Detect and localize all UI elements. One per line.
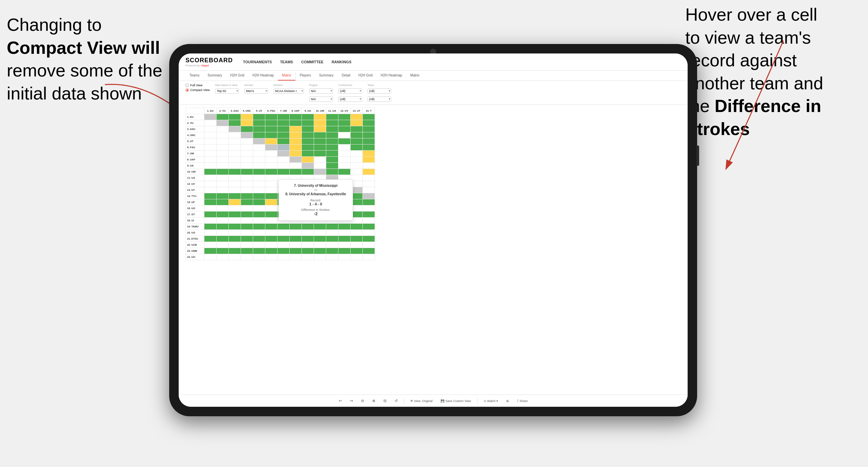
matrix-cell[interactable] — [241, 212, 253, 218]
nav-rankings[interactable]: RANKINGS — [332, 59, 352, 65]
matrix-cell[interactable] — [253, 151, 265, 157]
conference-select[interactable]: (All) — [338, 88, 362, 94]
matrix-cell[interactable] — [265, 218, 277, 224]
matrix-cell[interactable] — [326, 126, 338, 132]
matrix-cell[interactable] — [229, 120, 241, 126]
matrix-cell[interactable] — [363, 181, 375, 187]
matrix-cell[interactable] — [217, 120, 229, 126]
matrix-cell[interactable] — [229, 224, 241, 230]
matrix-cell[interactable] — [217, 144, 229, 151]
matrix-cell[interactable] — [229, 205, 241, 212]
toolbar-zoom-out[interactable]: ⊖ — [359, 398, 366, 404]
matrix-cell[interactable] — [314, 236, 326, 242]
matrix-cell[interactable] — [290, 132, 302, 138]
matrix-cell[interactable] — [314, 248, 326, 254]
matrix-cell[interactable] — [290, 120, 302, 126]
matrix-cell[interactable] — [314, 120, 326, 126]
matrix-cell[interactable] — [277, 230, 290, 236]
matrix-cell[interactable] — [217, 169, 229, 175]
subnav-players-h2h[interactable]: H2H Grid — [354, 71, 377, 81]
matrix-cell[interactable] — [217, 248, 229, 254]
matrix-cell[interactable] — [351, 144, 363, 151]
subnav-players-matrix[interactable]: Matrix — [406, 71, 423, 81]
matrix-cell[interactable] — [338, 157, 351, 163]
matrix-cell[interactable] — [265, 236, 277, 242]
matrix-cell[interactable] — [229, 199, 241, 205]
matrix-cell[interactable] — [217, 138, 229, 144]
matrix-cell[interactable] — [338, 163, 351, 169]
matrix-cell[interactable] — [241, 254, 253, 260]
matrix-cell[interactable] — [351, 242, 363, 248]
team-select2[interactable]: (All) — [368, 96, 391, 102]
toolbar-view-original[interactable]: 👁 View: Original — [408, 398, 435, 404]
matrix-cell[interactable] — [253, 224, 265, 230]
matrix-cell[interactable] — [241, 126, 253, 132]
subnav-matrix[interactable]: Matrix — [278, 71, 295, 81]
nav-teams[interactable]: TEAMS — [280, 59, 293, 65]
matrix-cell[interactable] — [265, 187, 277, 193]
matrix-cell[interactable] — [265, 242, 277, 248]
toolbar-undo[interactable]: ↩ — [337, 398, 344, 404]
matrix-cell[interactable] — [363, 138, 375, 144]
matrix-cell[interactable] — [326, 132, 338, 138]
subnav-summary[interactable]: Summary — [203, 71, 226, 81]
matrix-cell[interactable] — [265, 212, 277, 218]
matrix-cell[interactable] — [290, 236, 302, 242]
matrix-cell[interactable] — [265, 254, 277, 260]
nav-committee[interactable]: COMMITTEE — [301, 59, 324, 65]
matrix-cell[interactable] — [204, 151, 217, 157]
matrix-cell[interactable] — [253, 230, 265, 236]
matrix-cell[interactable] — [338, 248, 351, 254]
matrix-cell[interactable] — [314, 242, 326, 248]
matrix-cell[interactable] — [204, 126, 217, 132]
matrix-cell[interactable] — [265, 144, 277, 151]
matrix-cell[interactable] — [204, 193, 217, 199]
matrix-cell[interactable] — [302, 230, 314, 236]
matrix-cell[interactable] — [302, 138, 314, 144]
matrix-cell[interactable] — [204, 163, 217, 169]
matrix-cell[interactable] — [217, 224, 229, 230]
matrix-cell[interactable] — [338, 114, 351, 120]
region-select[interactable]: N/A — [309, 88, 333, 94]
matrix-cell[interactable] — [277, 151, 290, 157]
matrix-cell[interactable] — [277, 163, 290, 169]
matrix-cell[interactable] — [290, 169, 302, 175]
matrix-cell[interactable] — [326, 163, 338, 169]
matrix-cell[interactable] — [265, 120, 277, 126]
matrix-cell[interactable] — [338, 230, 351, 236]
matrix-cell[interactable] — [351, 163, 363, 169]
matrix-cell[interactable] — [363, 199, 375, 205]
matrix-cell[interactable] — [302, 157, 314, 163]
matrix-cell[interactable] — [265, 224, 277, 230]
matrix-cell[interactable] — [326, 138, 338, 144]
matrix-cell[interactable] — [265, 181, 277, 187]
matrix-cell[interactable] — [241, 230, 253, 236]
matrix-cell[interactable] — [204, 212, 217, 218]
matrix-cell[interactable] — [229, 151, 241, 157]
matrix-cell[interactable] — [265, 132, 277, 138]
matrix-cell[interactable] — [314, 144, 326, 151]
matrix-cell[interactable] — [253, 163, 265, 169]
matrix-cell[interactable] — [351, 157, 363, 163]
matrix-cell[interactable] — [253, 199, 265, 205]
matrix-cell[interactable] — [351, 169, 363, 175]
matrix-cell[interactable] — [204, 218, 217, 224]
matrix-cell[interactable] — [204, 254, 217, 260]
matrix-cell[interactable] — [302, 126, 314, 132]
matrix-cell[interactable] — [217, 163, 229, 169]
matrix-cell[interactable] — [290, 151, 302, 157]
matrix-cell[interactable] — [326, 236, 338, 242]
toolbar-refresh[interactable]: ↺ — [393, 398, 400, 404]
matrix-cell[interactable] — [253, 175, 265, 181]
matrix-cell[interactable] — [217, 157, 229, 163]
matrix-cell[interactable] — [241, 236, 253, 242]
matrix-cell[interactable] — [277, 242, 290, 248]
matrix-cell[interactable] — [351, 114, 363, 120]
matrix-cell[interactable] — [241, 138, 253, 144]
matrix-cell[interactable] — [204, 169, 217, 175]
matrix-cell[interactable] — [204, 224, 217, 230]
matrix-cell[interactable] — [265, 175, 277, 181]
matrix-cell[interactable] — [241, 218, 253, 224]
matrix-cell[interactable] — [326, 144, 338, 151]
matrix-cell[interactable] — [204, 114, 217, 120]
